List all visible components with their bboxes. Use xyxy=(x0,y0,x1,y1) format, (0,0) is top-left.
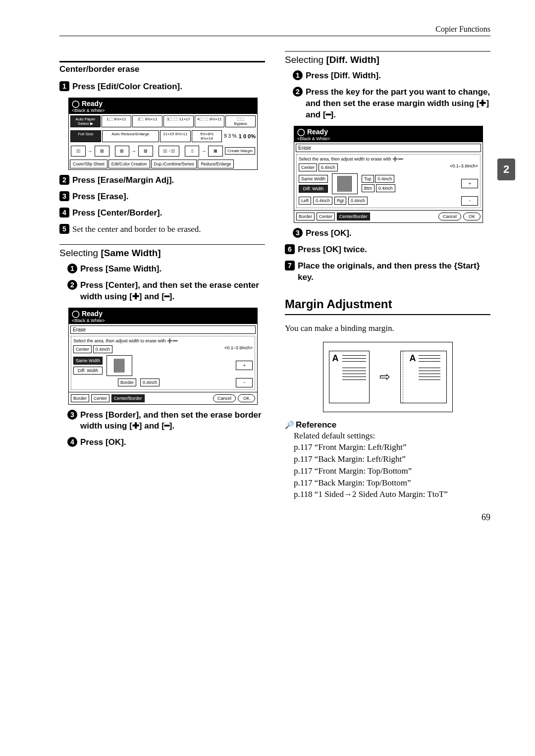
tray-1[interactable]: 1⬚ 8½×11 xyxy=(102,115,132,127)
tab-center-border[interactable]: Center/Border xyxy=(337,213,370,220)
erase-title: Erase xyxy=(296,144,481,152)
ref-line: p.117 “Front Margin: Left/Right” xyxy=(294,441,490,453)
lcd-panel-ready: ◯ Ready <Black & White> Auto Paper Selec… xyxy=(68,98,258,170)
lcd-panel-erase-same: ◯ Ready <Black & White> Erase Select the… xyxy=(68,308,258,405)
bypass-tray[interactable]: ⬚⬚Bypass xyxy=(225,115,256,127)
auto-reduce-enlarge[interactable]: Auto Reduce/Enlarge xyxy=(102,130,159,142)
step-num-icon: 1 xyxy=(293,70,303,80)
tab-dup-combine[interactable]: Dup./Combine/Series xyxy=(151,160,197,168)
create-margin-btn[interactable]: Create Margin xyxy=(225,147,255,155)
left-value: 0.4inch xyxy=(313,197,332,205)
tab-cover-slip[interactable]: Cover/Slip Sheet xyxy=(70,160,107,168)
step-num-icon: 3 xyxy=(67,410,77,420)
tab-border[interactable]: Border xyxy=(71,394,89,402)
section-margin-adjustment: Margin Adjustment xyxy=(285,297,490,315)
tab-edit-color[interactable]: Edit/Color Creation xyxy=(108,160,150,168)
mode-icon[interactable]: ▯▯ xyxy=(71,146,86,157)
border-btn[interactable]: Border xyxy=(118,378,136,386)
substep-4: 4 Press [OK]. xyxy=(67,437,265,448)
subsection-title: Center/border erase xyxy=(59,61,265,74)
ref-line: p.117 “Back Margin: Top/Bottom” xyxy=(294,477,490,489)
selecting-same-width: Selecting [Same Width] xyxy=(59,244,265,259)
ok-btn[interactable]: OK xyxy=(463,213,481,220)
step-num-icon: 2 xyxy=(59,175,69,185)
minus-btn[interactable]: － xyxy=(461,196,478,206)
step-6: 6 Press [OK] twice. xyxy=(285,244,490,256)
ref-line: p.117 “Back Margin: Left/Right” xyxy=(294,453,490,465)
substep-1: 1 Press [Same Width]. xyxy=(67,264,265,275)
tray-2[interactable]: 2⬚ 8½×11 xyxy=(132,115,162,127)
tab-reduce-enlarge[interactable]: Reduce/Enlarge xyxy=(198,160,234,168)
size-preset-1[interactable]: 11×15 8½×11 xyxy=(160,130,191,142)
mode-icon[interactable]: ▦ xyxy=(208,146,223,157)
cancel-btn[interactable]: Cancel xyxy=(213,394,236,402)
rgt-btn[interactable]: Rgt xyxy=(334,197,346,205)
header-section: Copier Functions xyxy=(59,25,490,34)
right-column: Selecting [Diff. Width] 1 Press [Diff. W… xyxy=(285,51,490,500)
substep-2: 2 Press [Center], and then set the erase… xyxy=(67,280,265,303)
mode-icon[interactable]: ▨ xyxy=(138,146,153,157)
erase-instruction: Select the area, then adjust width to er… xyxy=(73,338,253,343)
step-num-icon: 3 xyxy=(59,191,69,201)
erase-title: Erase xyxy=(70,325,256,334)
tray-4[interactable]: 4⬚ ⬚ 8½×11 xyxy=(195,115,225,127)
page-tab: 2 xyxy=(497,159,515,180)
step-num-icon: 6 xyxy=(285,244,295,254)
ratio-display: 9 3 % xyxy=(223,133,238,139)
step-5: 5 Set the center and border to be erased… xyxy=(59,224,265,235)
same-width-btn[interactable]: Same Width xyxy=(299,175,328,183)
step-num-icon: 7 xyxy=(285,261,295,270)
tab-border[interactable]: Border xyxy=(296,213,315,220)
plus-btn[interactable]: ＋ xyxy=(236,361,253,370)
minus-btn[interactable]: － xyxy=(236,378,253,387)
erase-instruction: Select the area, then adjust width to er… xyxy=(299,157,478,162)
center-btn[interactable]: Center xyxy=(299,163,317,171)
step-4: 4 Press [Center/Border]. xyxy=(59,208,265,219)
size-preset-2[interactable]: 5½×8½ 8½×14 xyxy=(192,130,222,142)
top-value: 0.4inch xyxy=(375,175,394,183)
mode-icon[interactable]: ▨ xyxy=(115,146,130,157)
center-value: 0.4inch xyxy=(93,345,112,353)
step-3: 3 Press [Erase]. xyxy=(59,191,265,203)
rgt-value: 0.4inch xyxy=(348,197,368,205)
step-num-icon: 4 xyxy=(67,437,77,447)
diff-width-btn[interactable]: Diff. Width xyxy=(299,185,328,193)
center-btn[interactable]: Center xyxy=(73,345,92,353)
ref-line: p.118 “1 Sided→2 Sided Auto Margin: TtoT… xyxy=(294,488,490,500)
ref-line: p.117 “Front Margin: Top/Bottom” xyxy=(294,465,490,477)
btm-value: 0.4inch xyxy=(376,184,395,192)
selecting-diff-width: Selecting [Diff. Width] xyxy=(285,51,490,65)
mode-icon[interactable]: ▨ xyxy=(95,146,109,157)
step-num-icon: 4 xyxy=(59,208,69,217)
substep2-3: 3 Press [OK]. xyxy=(293,228,490,239)
plus-btn[interactable]: ＋ xyxy=(461,179,478,188)
substep2-1: 1 Press [Diff. Width]. xyxy=(293,70,490,82)
btm-btn[interactable]: Btm xyxy=(362,184,374,192)
ok-btn[interactable]: OK xyxy=(238,394,255,402)
left-btn[interactable]: Left xyxy=(299,197,311,205)
left-column: Center/border erase 1 Press [Edit/Color … xyxy=(59,51,265,500)
same-width-btn[interactable]: Same Width xyxy=(73,357,103,365)
ready-label: Ready xyxy=(82,100,103,108)
step-num-icon: 5 xyxy=(59,224,69,234)
tab-center-border[interactable]: Center/Border xyxy=(111,394,145,402)
step-num-icon: 2 xyxy=(293,87,303,97)
step-num-icon: 1 xyxy=(67,264,77,273)
tab-center[interactable]: Center xyxy=(317,213,335,220)
center-value: 0.4inch xyxy=(319,163,338,171)
top-btn[interactable]: Top xyxy=(362,175,374,183)
auto-paper-select[interactable]: Auto Paper Select ▶ xyxy=(70,115,101,127)
tab-center[interactable]: Center xyxy=(91,394,109,402)
full-size-btn[interactable]: Full Size xyxy=(70,130,101,142)
tray-3[interactable]: 3⬚ ⬚ 11×17 xyxy=(163,115,194,127)
substep-3: 3 Press [Border], and then set the erase… xyxy=(67,410,265,432)
mode-icon[interactable]: ▯▯→▯▯ xyxy=(159,146,179,157)
border-value: 0.4inch xyxy=(140,378,160,386)
lcd-panel-erase-diff: ◯ Ready <Black & White> Erase Select the… xyxy=(294,126,483,223)
cancel-btn[interactable]: Cancel xyxy=(438,213,461,220)
mode-icon[interactable]: ▯ xyxy=(185,146,200,157)
step-num-icon: 1 xyxy=(59,81,69,91)
diff-width-btn[interactable]: Diff. Width xyxy=(73,367,103,375)
ref-line: Related default settings: xyxy=(294,430,490,442)
header-rule xyxy=(59,36,490,36)
